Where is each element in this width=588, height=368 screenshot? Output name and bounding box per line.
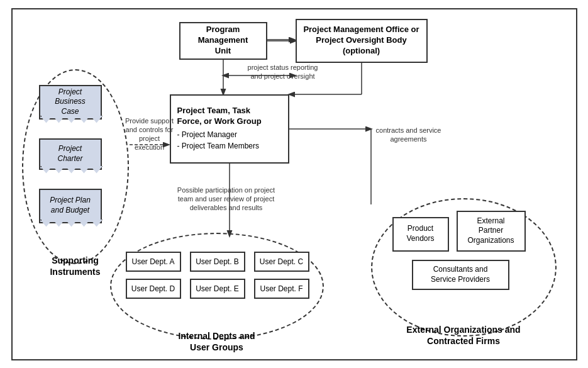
doc-charter-label: Project Charter xyxy=(57,144,82,164)
ptf-title: Project Team, TaskForce, or Work Group xyxy=(177,106,262,127)
user-dept-b: User Dept. B xyxy=(190,252,245,272)
doc-plan-label: Project Plan and Budget xyxy=(50,196,91,215)
provide-support-label: Provide support and controls for project… xyxy=(125,116,175,152)
doc-plan: Project Plan and Budget xyxy=(39,189,102,223)
pmo-box: Project Management Office or Project Ove… xyxy=(296,19,428,63)
consultants-box: Consultants andService Providers xyxy=(412,260,509,290)
pmo-label: Project Management Office or Project Ove… xyxy=(303,25,419,57)
ptf-members: - Project Manager - Project Team Members xyxy=(177,129,259,152)
participation-label: Possible participation on project team a… xyxy=(176,186,277,213)
internal-label: Internal Depts andUser Groups xyxy=(123,330,311,353)
status-reporting-label: project status reportingand project over… xyxy=(230,63,336,81)
doc-business-case: Project Business Case xyxy=(39,85,102,120)
ptf-member-1: - Project Manager xyxy=(177,129,259,140)
diagram-container: Program Management Unit Project Manageme… xyxy=(11,8,577,360)
user-dept-d: User Dept. D xyxy=(126,279,181,299)
user-dept-e: User Dept. E xyxy=(190,279,245,299)
supporting-label-text: SupportingInstruments xyxy=(50,255,100,277)
contracts-label: contracts and serviceagreements xyxy=(365,126,453,144)
doc-business-label: Project Business Case xyxy=(55,87,86,117)
pmu-label: Program Management Unit xyxy=(198,25,248,57)
ptf-member-2: - Project Team Members xyxy=(177,140,259,152)
user-dept-c: User Dept. C xyxy=(254,252,309,272)
external-partner-box: ExternalPartnerOrganizations xyxy=(457,211,526,252)
ptf-box: Project Team, TaskForce, or Work Group -… xyxy=(170,94,289,164)
external-label-text: External Organizations andContracted Fir… xyxy=(406,325,520,346)
pmu-box: Program Management Unit xyxy=(179,22,267,60)
doc-charter: Project Charter xyxy=(39,138,102,170)
user-dept-f: User Dept. F xyxy=(254,279,309,299)
external-label: External Organizations andContracted Fir… xyxy=(371,324,557,347)
product-vendors-box: ProductVendors xyxy=(392,217,449,252)
user-dept-a: User Dept. A xyxy=(126,252,181,272)
